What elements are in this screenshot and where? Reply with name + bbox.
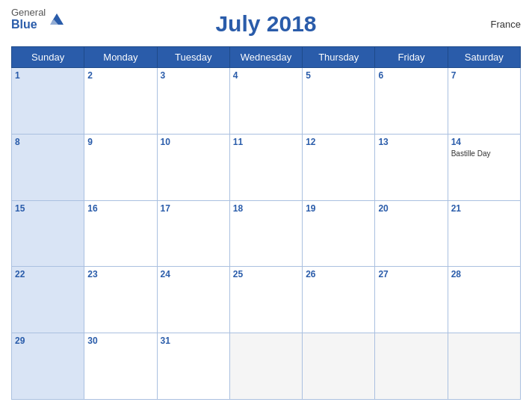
calendar-cell-week3-day6: 20 xyxy=(375,200,448,267)
calendar-cell-week4-day5: 26 xyxy=(303,267,375,333)
logo-icon xyxy=(49,11,65,28)
day-number: 5 xyxy=(306,70,371,81)
calendar-cell-week5-day6 xyxy=(375,333,448,400)
month-title: July 2018 xyxy=(215,11,316,37)
week-row-5: 293031 xyxy=(12,333,521,400)
day-number: 27 xyxy=(378,269,444,279)
day-number: 6 xyxy=(378,70,444,81)
calendar-table: Sunday Monday Tuesday Wednesday Thursday… xyxy=(11,46,521,400)
day-number: 15 xyxy=(15,203,81,214)
logo-general: General xyxy=(11,7,46,18)
logo-blue: Blue xyxy=(11,18,46,31)
calendar-cell-week2-day3: 10 xyxy=(157,134,229,200)
calendar-cell-week5-day2: 30 xyxy=(84,333,157,400)
day-number: 14 xyxy=(451,137,517,147)
calendar-cell-week5-day7 xyxy=(448,333,520,400)
day-number: 13 xyxy=(378,137,444,147)
calendar-cell-week3-day5: 19 xyxy=(303,200,375,267)
day-number: 25 xyxy=(233,269,299,279)
day-number: 28 xyxy=(451,269,517,279)
calendar-cell-week2-day4: 11 xyxy=(229,134,302,200)
day-number: 20 xyxy=(378,203,444,214)
day-number: 31 xyxy=(161,336,226,346)
day-number: 17 xyxy=(161,203,226,214)
day-number: 10 xyxy=(161,137,226,147)
calendar-cell-week4-day7: 28 xyxy=(448,267,520,333)
calendar-cell-week1-day4: 4 xyxy=(229,68,302,135)
day-number: 8 xyxy=(15,137,81,147)
week-row-1: 1234567 xyxy=(12,68,521,135)
week-row-2: 891011121314Bastille Day xyxy=(12,134,521,200)
days-header-row: Sunday Monday Tuesday Wednesday Thursday… xyxy=(12,47,521,68)
day-number: 26 xyxy=(306,269,371,279)
week-row-3: 15161718192021 xyxy=(12,200,521,267)
calendar-cell-week1-day7: 7 xyxy=(448,68,520,135)
calendar-cell-week4-day3: 24 xyxy=(157,267,229,333)
day-number: 2 xyxy=(87,70,153,81)
calendar-cell-week3-day3: 17 xyxy=(157,200,229,267)
calendar-cell-week3-day2: 16 xyxy=(84,200,157,267)
calendar-body: 1234567891011121314Bastille Day151617181… xyxy=(12,68,521,400)
calendar-cell-week5-day1: 29 xyxy=(12,333,84,400)
day-number: 7 xyxy=(451,70,517,81)
day-number: 18 xyxy=(233,203,299,214)
calendar-cell-week1-day1: 1 xyxy=(12,68,84,135)
day-number: 16 xyxy=(87,203,153,214)
calendar-cell-week4-day2: 23 xyxy=(84,267,157,333)
calendar-cell-week1-day2: 2 xyxy=(84,68,157,135)
day-number: 19 xyxy=(306,203,371,214)
calendar-cell-week4-day4: 25 xyxy=(229,267,302,333)
calendar-cell-week2-day6: 13 xyxy=(375,134,448,200)
header-sunday: Sunday xyxy=(12,47,84,68)
calendar-header: General Blue July 2018 France xyxy=(11,7,521,40)
calendar-cell-week1-day3: 3 xyxy=(157,68,229,135)
header-friday: Friday xyxy=(375,47,448,68)
calendar-cell-week5-day3: 31 xyxy=(157,333,229,400)
day-number: 21 xyxy=(451,203,517,214)
calendar-cell-week3-day7: 21 xyxy=(448,200,520,267)
calendar-cell-week5-day4 xyxy=(229,333,302,400)
day-number: 24 xyxy=(161,269,226,279)
country-label: France xyxy=(491,19,521,30)
day-number: 11 xyxy=(233,137,299,147)
header-saturday: Saturday xyxy=(448,47,520,68)
calendar-cell-week2-day7: 14Bastille Day xyxy=(448,134,520,200)
calendar-cell-week2-day1: 8 xyxy=(12,134,84,200)
logo: General Blue xyxy=(11,7,65,31)
day-number: 30 xyxy=(87,336,153,346)
day-number: 22 xyxy=(15,269,81,279)
calendar-cell-week3-day1: 15 xyxy=(12,200,84,267)
day-number: 4 xyxy=(233,70,299,81)
header-thursday: Thursday xyxy=(303,47,375,68)
day-number: 1 xyxy=(15,70,81,81)
day-number: 29 xyxy=(15,336,81,346)
calendar-cell-week1-day5: 5 xyxy=(303,68,375,135)
header-monday: Monday xyxy=(84,47,157,68)
calendar-cell-week4-day1: 22 xyxy=(12,267,84,333)
day-number: 3 xyxy=(161,70,226,81)
calendar-cell-week3-day4: 18 xyxy=(229,200,302,267)
calendar-cell-week1-day6: 6 xyxy=(375,68,448,135)
header-tuesday: Tuesday xyxy=(157,47,229,68)
day-number: 23 xyxy=(87,269,153,279)
holiday-name: Bastille Day xyxy=(451,149,517,158)
calendar-cell-week4-day6: 27 xyxy=(375,267,448,333)
day-number: 9 xyxy=(87,137,153,147)
calendar-cell-week2-day5: 12 xyxy=(303,134,375,200)
week-row-4: 22232425262728 xyxy=(12,267,521,333)
day-number: 12 xyxy=(306,137,371,147)
header-wednesday: Wednesday xyxy=(229,47,302,68)
calendar-cell-week2-day2: 9 xyxy=(84,134,157,200)
calendar-container: General Blue July 2018 France Sunday Mon… xyxy=(0,0,532,411)
calendar-cell-week5-day5 xyxy=(303,333,375,400)
